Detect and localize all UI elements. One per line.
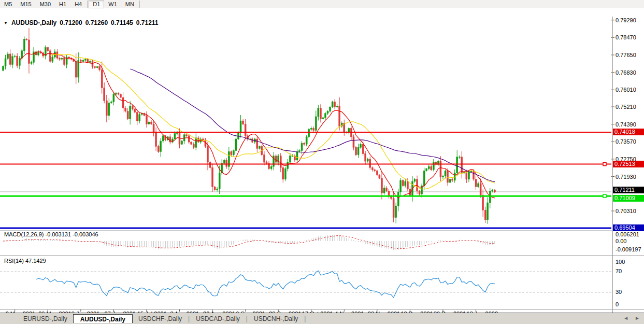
rsi-scale-label: 100	[616, 259, 625, 265]
rsi-scale-label: 30	[616, 289, 622, 295]
support-line-0-71009-handle[interactable]	[603, 194, 606, 198]
chart-dropdown-icon[interactable]: ▼	[4, 21, 8, 25]
price-tick-label: 0.78470	[616, 34, 636, 40]
candlesticks	[3, 28, 496, 224]
chart-header: ▼ AUDUSD-,Daily 0.71200 0.71260 0.71145 …	[4, 19, 159, 26]
chart-tab-bar: EURUSD-,DailyAUDUSD-,DailyUSDCHF-,Daily|…	[0, 313, 644, 324]
price-tick-label: 0.73570	[616, 138, 636, 145]
price-tick-label: 0.76830	[616, 69, 636, 76]
tab-audusd[interactable]: AUDUSD-,Daily	[73, 314, 133, 323]
resistance-line-0-72513-handle[interactable]	[603, 163, 606, 166]
macd-scale-label: -0.009197	[616, 246, 641, 252]
macd-scale-label: 0.00	[616, 238, 626, 244]
rsi-line	[36, 271, 495, 298]
ohlc-low: 0.71145	[111, 19, 133, 26]
timeframe-button-mn[interactable]: MN	[121, 0, 138, 8]
chart-title: AUDUSD-,Daily	[11, 19, 56, 26]
price-tick-label: 0.77650	[616, 52, 636, 58]
macd-signal-line	[3, 236, 495, 249]
price-tick-label: 0.71930	[616, 174, 636, 180]
price-tag-0-71211: 0.71211	[613, 187, 644, 193]
toolbar-separator	[139, 1, 140, 8]
rsi-scale-label: 0	[616, 301, 619, 307]
tab-eurusd[interactable]: EURUSD-,Daily	[18, 314, 73, 323]
price-tick-label: 0.74390	[616, 121, 636, 128]
timeframe-button-h4[interactable]: H4	[70, 0, 86, 8]
price-tick-label: 0.79290	[616, 17, 636, 23]
price-tick-label: 0.70310	[616, 208, 636, 214]
chart-surface[interactable]: ▼ AUDUSD-,Daily 0.71200 0.71260 0.71145 …	[0, 8, 644, 312]
ohlc-close: 0.71211	[136, 19, 159, 26]
tab-usdcnh[interactable]: USDCNH-,Daily	[248, 314, 304, 323]
price-tag-0-69504: 0.69504	[613, 224, 644, 231]
timeframe-button-h1[interactable]: H1	[55, 0, 70, 8]
chart-canvas[interactable]	[0, 8, 644, 324]
price-tick-label: 0.76010	[616, 87, 636, 93]
rsi-indicator-label: RSI(14) 47.1429	[4, 258, 46, 264]
macd-scale-label: 0.006201	[616, 231, 639, 237]
ohlc-high: 0.71260	[85, 19, 108, 26]
tab-usdchf[interactable]: USDCHF-,Daily	[133, 314, 188, 323]
tab-scroll-buttons: ◄ ►	[623, 315, 640, 321]
price-tag-0-74018: 0.74018	[613, 129, 644, 135]
tab-scroll-left-icon[interactable]: ◄	[623, 315, 628, 321]
rsi-scale-label: 70	[616, 268, 622, 274]
timeframe-button-m30[interactable]: M30	[36, 0, 55, 8]
toolbar-separator	[87, 1, 88, 8]
price-axis-separator	[612, 17, 613, 320]
price-tag-0-72513: 0.72513	[613, 161, 644, 167]
macd-indicator-label: MACD(12,26,9) -0.003131 -0.003046	[4, 231, 98, 237]
tab-divider: |	[304, 315, 306, 322]
timeframe-button-w1[interactable]: W1	[104, 0, 121, 8]
timeframe-button-m15[interactable]: M15	[16, 0, 35, 8]
timeframe-button-m5[interactable]: M5	[0, 0, 16, 8]
tab-scroll-right-icon[interactable]: ►	[635, 315, 640, 321]
timeframe-button-d1[interactable]: D1	[89, 0, 104, 8]
ma-line-medium	[50, 54, 495, 189]
ohlc-open: 0.71200	[60, 19, 82, 26]
price-tick-label: 0.75210	[616, 104, 636, 110]
timeframe-toolbar: M5M15M30H1H4D1W1MN	[0, 0, 644, 9]
price-tag-0-71009: 0.71009	[613, 195, 644, 202]
tab-usdcad[interactable]: USDCAD-,Daily	[190, 314, 246, 323]
